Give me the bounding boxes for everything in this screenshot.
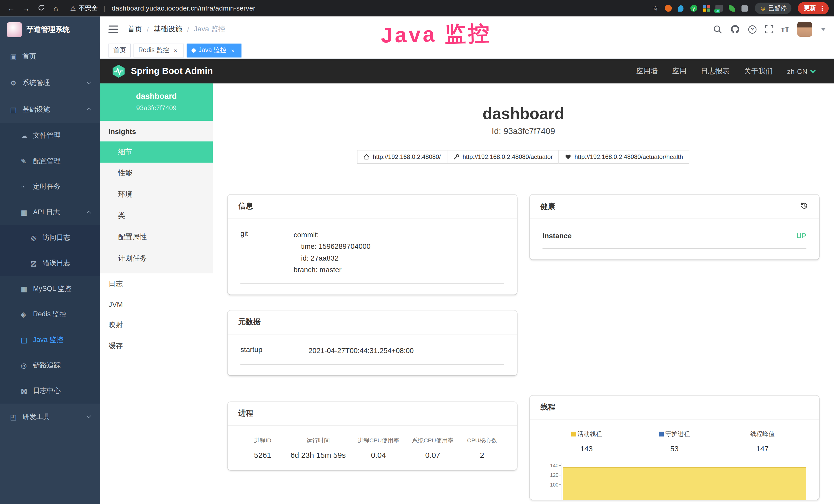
sidebar-item-trace[interactable]: ◎ 链路追踪 <box>0 352 100 378</box>
info-key: git <box>240 229 293 276</box>
sidebar-item-home[interactable]: ▣ 首页 <box>0 43 100 70</box>
threads-card: 线程 活动线程 143 <box>530 396 819 500</box>
breadcrumb-infrastructure[interactable]: 基础设施 <box>154 24 182 34</box>
sba-item-config-props[interactable]: 配置属性 <box>100 226 213 248</box>
home-button[interactable]: ⌂ <box>50 4 62 13</box>
help-icon[interactable]: ? <box>748 25 757 33</box>
tab-redis-monitor[interactable]: Redis 监控 × <box>134 43 184 57</box>
health-history-icon[interactable] <box>800 202 808 211</box>
tab-home[interactable]: 首页 <box>108 43 131 57</box>
avatar-dropdown-caret-icon[interactable] <box>821 28 826 30</box>
gear-icon: ⚙ <box>10 79 22 87</box>
sba-nav-journal[interactable]: 日志报表 <box>701 67 730 76</box>
browser-extension-icon-tampermonkey[interactable]: on <box>715 3 724 13</box>
process-card-title: 进程 <box>238 409 253 418</box>
sba-item-metrics[interactable]: 性能 <box>100 163 213 184</box>
site-security-chip[interactable]: ⚠ 不安全 | <box>70 4 108 13</box>
app-sidebar: 芋道管理系统 ▣ 首页 ⚙ 系统管理 ▤ 基础设施 ☁ 文件管理 <box>0 17 100 504</box>
sba-language-select[interactable]: zh-CN <box>787 67 815 75</box>
sba-item-environment[interactable]: 环境 <box>100 184 213 205</box>
sidebar-toggle-icon[interactable] <box>108 25 118 33</box>
sidebar-item-infrastructure[interactable]: ▤ 基础设施 <box>0 96 100 123</box>
browser-extension-icon-blue[interactable] <box>676 3 685 13</box>
git-branch-line: branch: master <box>293 264 370 276</box>
process-col-process-cpu: 进程CPU使用率 0.04 <box>351 436 405 459</box>
address-bar-url[interactable]: dashboard.yudao.iocoder.cn/infra/admin-s… <box>112 5 256 12</box>
reload-button[interactable] <box>35 4 47 13</box>
sidebar-item-file-management[interactable]: ☁ 文件管理 <box>0 123 100 148</box>
git-commit-line: commit: <box>293 229 370 241</box>
sidebar-item-label: 配置管理 <box>33 156 61 166</box>
mysql-icon: ▦ <box>21 285 33 293</box>
chevron-up-icon <box>87 211 91 216</box>
extension-glyph <box>729 5 735 12</box>
forward-button[interactable]: → <box>20 4 32 13</box>
extension-glyph: y <box>690 5 697 12</box>
sba-item-scheduled-tasks[interactable]: 计划任务 <box>100 248 213 269</box>
sidebar-item-scheduled-tasks[interactable]: ◔ 定时任务 <box>0 174 100 199</box>
sba-item-logs[interactable]: 日志 <box>100 273 213 295</box>
sidebar-item-java-monitor[interactable]: ◫ Java 监控 <box>0 327 100 352</box>
sba-item-jvm[interactable]: JVM <box>100 295 213 314</box>
threads-chart-plot <box>562 463 807 500</box>
sba-item-mappings[interactable]: 映射 <box>100 314 213 336</box>
sba-nav-wallboard[interactable]: 应用墙 <box>636 67 658 76</box>
user-avatar[interactable] <box>797 22 812 37</box>
sidebar-item-mysql-monitor[interactable]: ▦ MySQL 监控 <box>0 276 100 301</box>
tab-label: 首页 <box>113 46 126 55</box>
health-url-button[interactable]: http://192.168.0.2:48080/actuator/health <box>559 150 689 164</box>
browser-extension-icon-green[interactable]: y <box>689 3 698 13</box>
chrome-update-button[interactable]: 更新 ⋮ <box>798 2 829 15</box>
access-log-icon: ▧ <box>30 234 43 242</box>
github-icon[interactable] <box>730 24 740 34</box>
sidebar-item-api-logs[interactable]: ▥ API 日志 <box>0 200 100 225</box>
browser-menu-icon[interactable]: ⋮ <box>819 5 826 12</box>
sba-item-classes[interactable]: 类 <box>100 205 213 226</box>
process-col-uptime: 运行时间 6d 23h 15m 59s <box>285 436 351 459</box>
sidebar-item-log-center[interactable]: ▩ 日志中心 <box>0 378 100 403</box>
sba-nav-applications[interactable]: 应用 <box>672 67 686 76</box>
fullscreen-icon[interactable] <box>765 25 773 33</box>
sba-item-details[interactable]: 细节 <box>100 141 213 163</box>
tab-java-monitor[interactable]: Java 监控 × <box>187 43 241 57</box>
breadcrumb-home[interactable]: 首页 <box>128 24 142 34</box>
tools-icon: ◰ <box>10 413 22 421</box>
browser-extension-icon-leaf[interactable] <box>727 3 737 13</box>
sba-nav-about[interactable]: 关于我们 <box>744 67 773 76</box>
close-icon[interactable]: × <box>229 47 237 53</box>
search-icon[interactable] <box>713 25 722 33</box>
sba-navbar: Spring Boot Admin 应用墙 应用 日志报表 关于我们 zh-CN <box>100 59 834 84</box>
back-button[interactable]: ← <box>5 4 17 13</box>
sidebar-item-error-logs[interactable]: ▨ 错误日志 <box>0 250 100 276</box>
app-title: 芋道管理系统 <box>27 25 70 35</box>
sidebar-item-config-management[interactable]: ✎ 配置管理 <box>0 148 100 174</box>
actuator-url-button[interactable]: http://192.168.0.2:48080/actuator <box>447 150 559 164</box>
extensions-puzzle-icon[interactable] <box>740 3 749 13</box>
sidebar-item-dev-tools[interactable]: ◰ 研发工具 <box>0 404 100 430</box>
log-center-icon: ▩ <box>21 387 33 395</box>
browser-toolbar: ← → ⌂ ⚠ 不安全 | dashboard.yudao.iocoder.cn… <box>0 0 834 17</box>
bookmark-star-icon[interactable]: ☆ <box>651 3 660 13</box>
infrastructure-icon: ▤ <box>10 106 22 113</box>
browser-extension-icon-grid[interactable] <box>702 3 711 13</box>
sidebar-item-access-logs[interactable]: ▧ 访问日志 <box>0 225 100 250</box>
close-icon[interactable]: × <box>172 47 179 53</box>
service-url-button[interactable]: http://192.168.0.2:48080/ <box>357 150 447 164</box>
legend-peak-threads: 线程峰值 147 <box>719 430 806 453</box>
font-size-icon[interactable]: тT <box>781 25 789 33</box>
sidebar-item-label: 研发工具 <box>22 412 50 421</box>
browser-extension-icon-orange[interactable] <box>663 3 673 13</box>
sba-brand[interactable]: Spring Boot Admin <box>112 65 213 78</box>
instance-id-line: Id: 93a3fc7f7409 <box>227 127 819 136</box>
sidebar-item-redis-monitor[interactable]: ◈ Redis 监控 <box>0 301 100 327</box>
health-instance-row[interactable]: Instance UP <box>543 232 806 249</box>
sidebar-item-label: 链路追踪 <box>33 361 61 370</box>
app-logo-row[interactable]: 芋道管理系统 <box>0 17 100 43</box>
sidebar-item-system-management[interactable]: ⚙ 系统管理 <box>0 70 100 96</box>
sba-instance-header[interactable]: dashboard 93a3fc7f7409 <box>100 84 213 121</box>
sba-item-caches[interactable]: 缓存 <box>100 336 213 357</box>
error-log-icon: ▨ <box>30 259 43 267</box>
redis-icon: ◈ <box>21 310 33 318</box>
profile-paused-badge[interactable]: ☺ 已暂停 <box>755 3 791 14</box>
edit-icon: ✎ <box>21 157 33 165</box>
